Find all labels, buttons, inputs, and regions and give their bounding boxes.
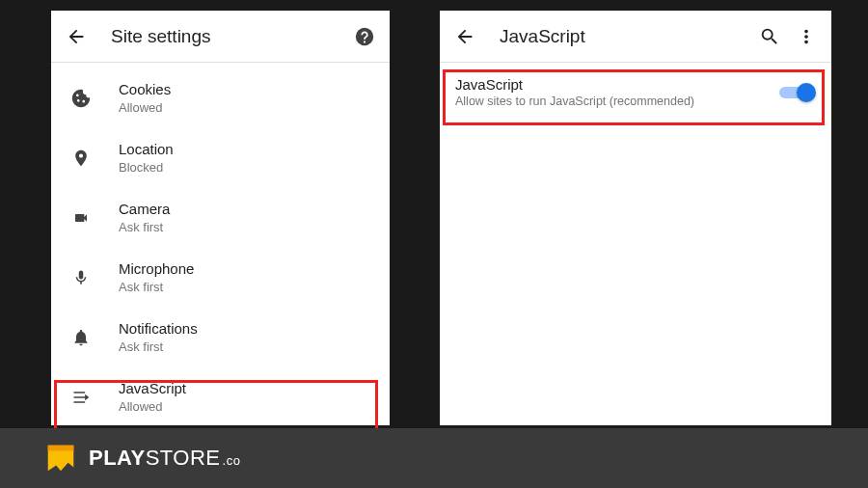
playstore-logo-mark	[42, 440, 79, 476]
settings-item-status: Ask first	[119, 280, 194, 295]
camera-icon	[70, 210, 92, 226]
footer-bar: PLAYSTORE.co	[0, 428, 868, 488]
settings-item-camera[interactable]: CameraAsk first	[51, 188, 390, 248]
settings-item-location[interactable]: LocationBlocked	[51, 128, 390, 188]
javascript-icon	[70, 388, 92, 407]
arrow-back-icon	[454, 26, 475, 47]
settings-item-label: Location	[119, 141, 174, 159]
arrow-back-icon	[66, 26, 87, 47]
settings-item-status: Ask first	[119, 339, 198, 355]
settings-item-notifications[interactable]: NotificationsAsk first	[51, 308, 390, 367]
javascript-toggle-row[interactable]: JavaScript Allow sites to run JavaScript…	[440, 63, 831, 120]
location-icon	[71, 148, 91, 169]
settings-item-status: Allowed	[119, 100, 171, 116]
appbar-left: Site settings	[51, 11, 390, 63]
settings-item-label: JavaScript	[119, 380, 186, 398]
help-button[interactable]	[353, 25, 376, 48]
overflow-menu-button[interactable]	[795, 25, 818, 48]
settings-item-status: Ask first	[119, 220, 170, 235]
settings-item-microphone[interactable]: MicrophoneAsk first	[51, 248, 390, 308]
page-title: Site settings	[111, 26, 339, 47]
svg-rect-1	[48, 446, 74, 451]
playstore-logo-text: PLAYSTORE.co	[89, 446, 240, 471]
settings-item-label: Camera	[119, 201, 170, 219]
bell-icon	[71, 327, 91, 348]
setting-description: Allow sites to run JavaScript (recommend…	[455, 95, 777, 108]
settings-item-label: Cookies	[119, 81, 171, 99]
search-icon	[759, 26, 780, 47]
settings-item-label: Notifications	[119, 320, 198, 339]
help-icon	[354, 26, 375, 47]
logo-part-b: STORE	[146, 446, 221, 471]
logo-part-a: PLAY	[89, 446, 146, 471]
setting-label: JavaScript	[455, 76, 777, 93]
settings-item-status: Blocked	[119, 160, 174, 176]
site-settings-screen: Site settings CookiesAllowed LocationBlo…	[51, 11, 390, 425]
appbar-right: JavaScript	[440, 11, 831, 63]
javascript-switch[interactable]	[777, 81, 816, 104]
settings-item-label: Microphone	[119, 260, 194, 279]
settings-item-cookies[interactable]: CookiesAllowed	[51, 68, 390, 128]
back-button[interactable]	[453, 25, 476, 48]
back-button[interactable]	[65, 25, 88, 48]
page-title: JavaScript	[500, 26, 745, 47]
switch-thumb	[797, 83, 816, 102]
cookie-icon	[70, 88, 92, 109]
microphone-icon	[72, 267, 90, 288]
settings-list: CookiesAllowed LocationBlocked CameraAsk…	[51, 63, 390, 427]
settings-item-status: Allowed	[119, 399, 186, 415]
search-button[interactable]	[758, 25, 781, 48]
logo-suffix: .co	[223, 453, 241, 468]
settings-item-javascript[interactable]: JavaScriptAllowed	[51, 367, 390, 427]
more-vert-icon	[796, 26, 817, 47]
javascript-screen: JavaScript JavaScript Allow sites to run…	[440, 11, 831, 425]
